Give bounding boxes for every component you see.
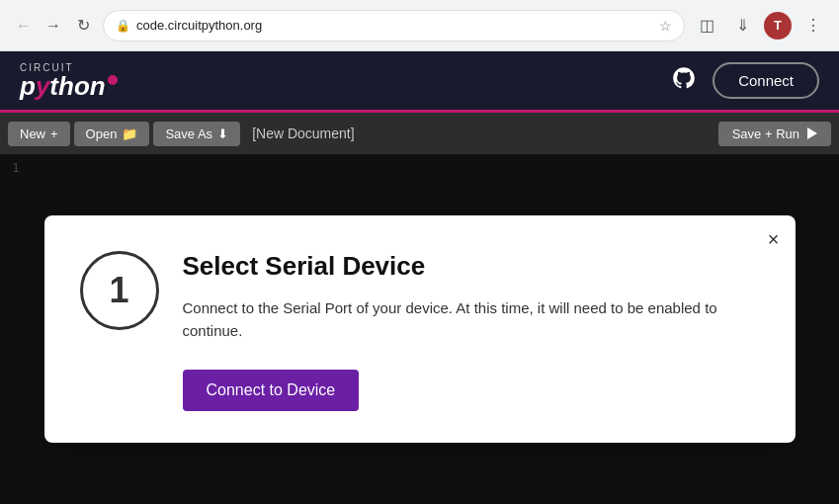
nav-buttons: ← → ↻: [12, 14, 95, 38]
extensions-button[interactable]: ◫: [693, 12, 720, 40]
logo: CIRCUIT python: [20, 63, 118, 99]
document-title: [New Document]: [252, 126, 714, 141]
profile-button[interactable]: T: [764, 12, 792, 40]
new-label: New: [20, 126, 45, 141]
connect-to-device-button[interactable]: Connect to Device: [183, 370, 360, 411]
logo-python-text: python: [20, 73, 118, 99]
download-icon: ⬇: [217, 126, 228, 141]
url-text: code.circuitpython.org: [136, 18, 653, 33]
save-as-label: Save As: [165, 126, 212, 141]
connect-button[interactable]: Connect: [713, 62, 819, 99]
folder-icon: 📁: [122, 126, 137, 141]
open-button[interactable]: Open 📁: [74, 122, 150, 146]
modal-close-button[interactable]: ×: [768, 229, 780, 249]
logo-text: CIRCUIT python: [20, 63, 118, 99]
refresh-button[interactable]: ↻: [71, 14, 95, 38]
modal-text: Select Serial Device Connect to the Seri…: [183, 251, 760, 411]
lock-icon: 🔒: [116, 19, 130, 33]
play-icon: [807, 127, 817, 139]
modal-dialog: × 1 Select Serial Device Connect to the …: [44, 215, 796, 443]
modal-description: Connect to the Serial Port of your devic…: [183, 297, 760, 342]
plus-icon: +: [50, 126, 58, 141]
forward-button[interactable]: →: [42, 14, 65, 38]
new-button[interactable]: New +: [8, 122, 70, 146]
modal-title: Select Serial Device: [183, 251, 760, 282]
open-label: Open: [86, 126, 118, 141]
menu-button[interactable]: ⋮: [799, 12, 827, 40]
github-icon[interactable]: [671, 65, 697, 97]
browser-actions: ◫ ⇓ T ⋮: [693, 12, 827, 40]
editor-area[interactable]: 1 × 1 Select Serial Device Connect to th…: [0, 154, 839, 504]
download-button[interactable]: ⇓: [728, 12, 756, 40]
save-run-button[interactable]: Save + Run: [718, 122, 831, 146]
back-button[interactable]: ←: [12, 14, 36, 38]
browser-chrome: ← → ↻ 🔒 code.circuitpython.org ☆ ◫ ⇓ T ⋮: [0, 0, 839, 51]
modal-overlay: × 1 Select Serial Device Connect to the …: [0, 154, 839, 504]
save-run-label: Save + Run: [732, 126, 799, 141]
toolbar: New + Open 📁 Save As ⬇ [New Document] Sa…: [0, 113, 839, 154]
step-circle: 1: [80, 251, 159, 330]
save-as-button[interactable]: Save As ⬇: [153, 122, 240, 146]
header-right: Connect: [671, 62, 819, 99]
modal-content: 1 Select Serial Device Connect to the Se…: [80, 251, 760, 411]
bookmark-icon[interactable]: ☆: [659, 18, 672, 34]
address-bar[interactable]: 🔒 code.circuitpython.org ☆: [103, 10, 685, 42]
app-header: CIRCUIT python Connect: [0, 51, 839, 113]
